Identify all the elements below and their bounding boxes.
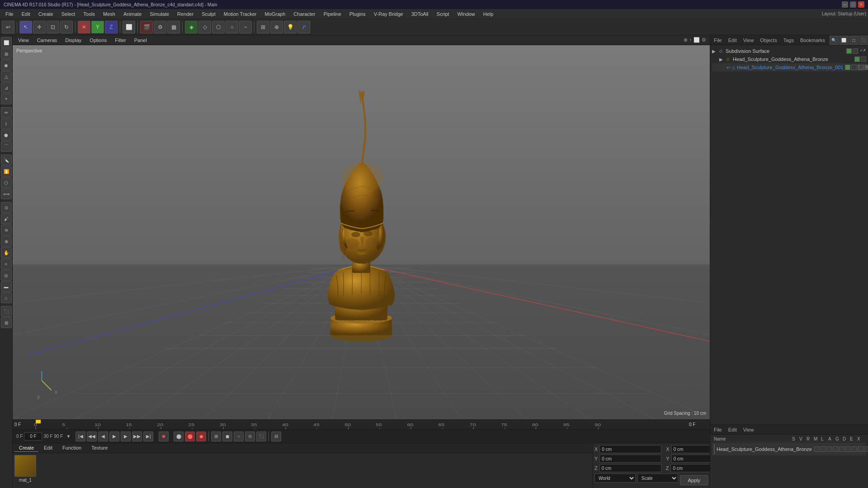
space-dropdown[interactable]: World Object <box>594 474 636 483</box>
vp-settings-icon[interactable]: ⚙ <box>702 37 706 43</box>
start-frame-input[interactable] <box>24 432 42 441</box>
vp-cameras[interactable]: Cameras <box>33 37 61 44</box>
vp-filter[interactable]: Filter <box>111 37 129 44</box>
z-position-input[interactable] <box>599 464 661 472</box>
z-axis-button[interactable]: Z <box>105 21 118 33</box>
menu-select[interactable]: Select <box>58 10 79 18</box>
wax-btn[interactable]: ◎ <box>1 270 12 281</box>
next-frame-button[interactable]: ▶ <box>121 432 131 441</box>
key-sel-btn[interactable]: ◼ <box>222 432 232 441</box>
obj-item-subdivision[interactable]: ▶ ◇ Subdivision Surface ✓✗ <box>712 47 866 55</box>
apply-button[interactable]: Apply <box>680 475 708 485</box>
next-key-button[interactable]: ▶▶ <box>132 432 142 441</box>
render-btn[interactable]: 🎬 <box>140 21 153 33</box>
menu-plugins[interactable]: Plugins <box>346 10 369 18</box>
menu-help[interactable]: Help <box>480 10 497 18</box>
obj-tool-4[interactable]: ⬛ <box>859 36 868 45</box>
mat-view-btn[interactable]: View <box>741 427 756 432</box>
y-position-input[interactable] <box>599 455 661 463</box>
materials-btn[interactable]: ⬛ <box>1 306 12 317</box>
move-button[interactable]: ✛ <box>33 21 46 33</box>
menu-simulate[interactable]: Simulate <box>146 10 173 18</box>
head-cb2[interactable] <box>861 56 866 62</box>
poly-btn[interactable]: ⬟ <box>1 130 12 141</box>
obj-objects[interactable]: Objects <box>758 38 778 43</box>
knife-btn[interactable]: 🔪 <box>1 155 12 165</box>
obj-item-head[interactable]: ▶ ◎ Head_Sculpture_Goddess_Athena_Bronze <box>712 55 866 63</box>
timeline-ruler[interactable]: 0 5 10 15 20 25 30 35 40 45 50 55 <box>31 420 687 429</box>
vp-view[interactable]: View <box>14 37 33 44</box>
light-btn[interactable]: 💡 <box>284 21 297 33</box>
menu-animate[interactable]: Animate <box>120 10 145 18</box>
polygon-mode[interactable]: ◈ <box>185 21 198 33</box>
obj-tool-1[interactable]: 🔍 <box>830 36 839 45</box>
bevel-btn[interactable]: ⬡ <box>1 177 12 188</box>
menu-window[interactable]: Window <box>454 10 479 18</box>
key-mode-btn[interactable]: ◉ <box>196 432 206 441</box>
menu-script[interactable]: Script <box>433 10 453 18</box>
subdiv-cb1[interactable] <box>846 48 852 54</box>
obj-tags[interactable]: Tags <box>782 38 796 43</box>
prev-key-button[interactable]: ◀◀ <box>87 432 97 441</box>
menu-motion-tracker[interactable]: Motion Tracker <box>220 10 260 18</box>
material-swatch[interactable] <box>14 455 36 477</box>
texture2-btn[interactable]: ⊞ <box>1 317 12 328</box>
tab-edit[interactable]: Edit <box>39 444 57 452</box>
menu-mograph[interactable]: MoGraph <box>261 10 289 18</box>
render-settings-btn[interactable]: ⚙ <box>154 21 166 33</box>
python-btn[interactable]: 𝑃 <box>297 21 310 33</box>
render-queue-btn[interactable]: ▦ <box>167 21 180 33</box>
y-axis-button[interactable]: Y <box>91 21 104 33</box>
flatten-btn[interactable]: ▬ <box>1 281 12 292</box>
null-btn[interactable]: ⊿ <box>1 82 12 93</box>
snap-btn[interactable]: ⊕ <box>270 21 283 33</box>
mode-dropdown[interactable]: Scale Move Rotate <box>637 474 679 483</box>
undo-button[interactable]: ↩ <box>2 21 14 33</box>
mat-file[interactable]: File <box>712 427 724 432</box>
extrude-btn[interactable]: ⏫ <box>1 166 12 177</box>
mode-bp[interactable]: ◉ <box>1 60 12 70</box>
mat-edit-btn[interactable]: Edit <box>726 427 739 432</box>
motion-paths-btn[interactable]: ⊟ <box>271 432 281 441</box>
menu-edit[interactable]: Edit <box>18 10 34 18</box>
material-row[interactable]: Head_Sculpture_Goddess_Athena_Bronze <box>712 443 866 455</box>
tab-texture[interactable]: Texture <box>87 444 112 452</box>
timeline-layout-btn[interactable]: ⬛ <box>256 432 266 441</box>
prev-frame-button[interactable]: ◀ <box>98 432 108 441</box>
obj-tool-3[interactable]: ◻ <box>849 36 859 45</box>
viewport[interactable]: y x <box>13 45 710 419</box>
obj-item-head001[interactable]: ↩ △ Head_Sculpture_Goddess_Athena_Bronze… <box>712 63 866 71</box>
key-circle-btn[interactable]: ○ <box>234 432 244 441</box>
obj-edit[interactable]: Edit <box>726 38 739 43</box>
go-start-button[interactable]: |◀ <box>75 432 85 441</box>
menu-vray[interactable]: V-Ray Bridge <box>370 10 407 18</box>
obj-view[interactable]: View <box>741 38 756 43</box>
x-axis-button[interactable]: ✕ <box>78 21 90 33</box>
key-all-btn[interactable]: ⊞ <box>211 432 221 441</box>
scale-button[interactable]: ⊡ <box>47 21 59 33</box>
key-dot-btn[interactable]: ⊙ <box>245 432 255 441</box>
head001-cb2[interactable] <box>851 65 857 70</box>
pen-btn[interactable]: ✏ <box>1 107 12 118</box>
texture-mode[interactable]: ~ <box>239 21 252 33</box>
menu-create[interactable]: Create <box>35 10 57 18</box>
edge-mode[interactable]: ◇ <box>198 21 211 33</box>
maximize-button[interactable]: □ <box>850 1 856 8</box>
vp-lock-icon[interactable]: ⊕ <box>684 37 688 43</box>
play-button[interactable]: ▶ <box>109 432 119 441</box>
x-position-input[interactable] <box>599 445 661 453</box>
obj-bookmarks[interactable]: Bookmarks <box>798 38 827 43</box>
tab-function[interactable]: Function <box>58 444 86 452</box>
obj-mode[interactable]: ○ <box>226 21 238 33</box>
menu-mesh[interactable]: Mesh <box>99 10 119 18</box>
live-sel-button[interactable]: ↖ <box>19 21 32 33</box>
sculpt2-btn[interactable]: 🖌 <box>1 213 12 224</box>
key-red-btn[interactable]: ⬤ <box>185 432 195 441</box>
arc-btn[interactable]: ⌒ <box>1 141 12 152</box>
minimize-button[interactable]: ─ <box>842 1 848 8</box>
mode-model[interactable]: ⬜ <box>1 37 12 48</box>
record-button[interactable]: ⏺ <box>159 432 169 441</box>
menu-render[interactable]: Render <box>174 10 197 18</box>
cube-button[interactable]: ⬜ <box>123 21 135 33</box>
camera-btn[interactable]: ⌖ <box>1 94 12 104</box>
